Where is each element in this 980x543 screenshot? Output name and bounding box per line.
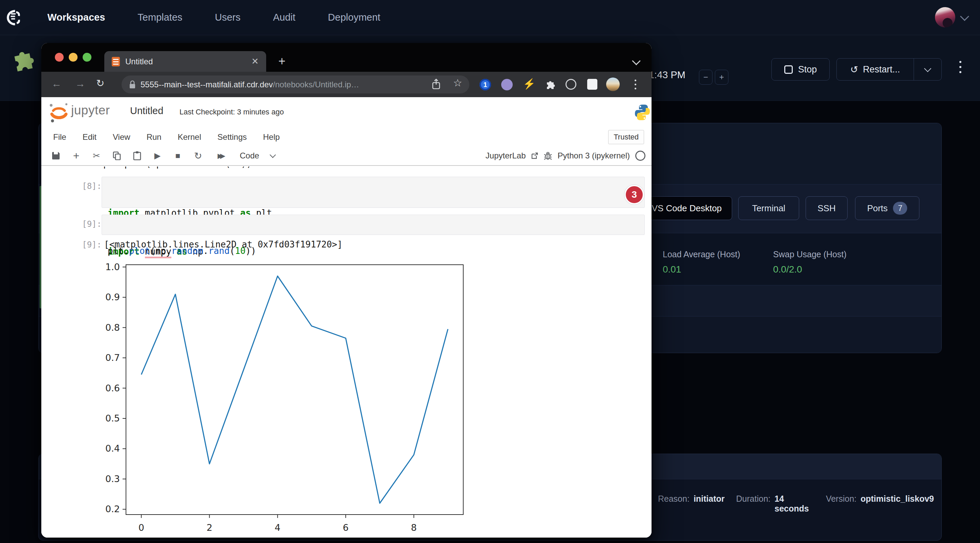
bookmark-star-icon[interactable]: ☆ [453, 77, 462, 89]
svg-text:6: 6 [343, 522, 348, 533]
svg-text:0.6: 0.6 [105, 383, 120, 393]
svg-text:2: 2 [207, 522, 212, 533]
jupyterlab-link[interactable]: JupyterLab [485, 151, 526, 160]
lightning-extension-icon[interactable]: ⚡ [523, 78, 535, 90]
coder-logo-icon[interactable] [4, 8, 22, 27]
notebook-title[interactable]: Untitled [130, 105, 163, 116]
browser-profile-avatar[interactable] [606, 78, 620, 91]
svg-text:0.8: 0.8 [105, 322, 120, 333]
chevron-down-icon [270, 152, 276, 158]
browser-toolbar: ← → ↻ 5555--main--test--matifali.atif.cd… [41, 72, 652, 97]
svg-text:0: 0 [138, 522, 144, 533]
menu-view[interactable]: View [113, 132, 130, 142]
restart-run-all-button[interactable]: ▶▶ [213, 152, 228, 160]
app-button-ssh[interactable]: SSH [806, 196, 848, 220]
run-cell-button[interactable]: ▶ [152, 151, 163, 160]
restart-workspace-button[interactable]: ↺ Restart... [837, 58, 942, 81]
app-button-terminal[interactable]: Terminal [738, 196, 799, 220]
password-manager-extension-icon[interactable]: 1 [479, 79, 491, 90]
duration-label: Duration: [736, 494, 770, 504]
maximize-window-button[interactable] [83, 53, 91, 62]
svg-text:8: 8 [411, 522, 417, 533]
stop-label: Stop [798, 64, 817, 75]
menu-run[interactable]: Run [146, 132, 162, 142]
address-bar[interactable]: 5555--main--test--matifali.atif.cdr.dev/… [122, 76, 469, 94]
restart-dropdown-button[interactable] [914, 59, 942, 80]
restart-label: Restart... [863, 64, 900, 75]
stop-workspace-button[interactable]: Stop [772, 58, 830, 81]
svg-text:1.0: 1.0 [105, 262, 120, 272]
close-window-button[interactable] [55, 53, 64, 62]
restart-icon: ↺ [850, 64, 858, 75]
extensions-puzzle-icon[interactable] [544, 79, 556, 90]
browser-menu-button[interactable] [635, 79, 636, 89]
menu-settings[interactable]: Settings [217, 132, 247, 142]
copy-cells-button[interactable] [111, 151, 123, 160]
url-path: /notebooks/Untitled.ip… [273, 80, 359, 89]
jupyter-logo-icon [49, 102, 68, 123]
chevron-down-icon [924, 65, 931, 72]
lock-icon [129, 80, 136, 89]
nav-item-templates[interactable]: Templates [137, 12, 182, 23]
interrupt-kernel-button[interactable]: ■ [172, 151, 183, 160]
menu-help[interactable]: Help [263, 132, 280, 142]
tab-search-chevron-icon[interactable] [632, 57, 640, 65]
nav-item-audit[interactable]: Audit [273, 12, 295, 23]
menu-edit[interactable]: Edit [83, 132, 97, 142]
scrolled-cell-sliver: plt.plot(np.random.rand(10)) [103, 167, 510, 170]
jupyter-brand: jupyter [71, 103, 110, 117]
back-button[interactable]: ← [51, 78, 62, 89]
zoom-out-button[interactable]: − [699, 70, 713, 85]
cell-output-text: [<matplotlib.lines.Line2D at 0x7fd03f191… [104, 239, 342, 249]
browser-tab[interactable]: Untitled ✕ [104, 51, 266, 72]
code-cell-9[interactable]: plt.plot(np.random.rand(10)) [102, 214, 645, 235]
paste-cells-button[interactable] [131, 151, 143, 160]
svg-text:4: 4 [275, 522, 280, 533]
share-icon[interactable] [431, 79, 441, 90]
new-tab-button[interactable]: + [278, 55, 285, 67]
jupyter-header: jupyter Untitled Last Checkpoint: 3 minu… [41, 97, 652, 128]
restart-kernel-button[interactable]: ↻ [192, 150, 204, 162]
puzzle-piece-icon [7, 44, 39, 76]
nav-item-workspaces[interactable]: Workspaces [48, 12, 105, 23]
external-link-icon[interactable] [531, 152, 538, 159]
menu-file[interactable]: File [53, 132, 66, 142]
browser-tabstrip: Untitled ✕ + [41, 43, 652, 72]
code-cell-8[interactable]: import matplotlib.pyplot as plt import n… [102, 177, 645, 208]
jupyter-menubar: File Edit View Run Kernel Settings Help … [41, 128, 652, 146]
debugger-bug-icon[interactable] [544, 151, 552, 160]
cut-cells-button[interactable]: ✂ [91, 151, 102, 161]
reload-button[interactable]: ↻ [96, 78, 104, 89]
svg-text:0.4: 0.4 [105, 443, 120, 454]
close-tab-icon[interactable]: ✕ [251, 56, 259, 67]
cell-prompt: [9]: [72, 219, 102, 229]
monkey-extension-icon[interactable] [565, 79, 576, 90]
stat-swap-usage: Swap Usage (Host) 0.0/2.0 [773, 249, 846, 275]
trusted-button[interactable]: Trusted [608, 130, 644, 144]
zoom-in-button[interactable]: + [715, 70, 729, 85]
reason-label: Reason: [658, 494, 689, 504]
forward-button[interactable]: → [75, 78, 85, 89]
minimize-window-button[interactable] [69, 53, 78, 62]
user-avatar[interactable] [935, 7, 955, 27]
browser-window: Untitled ✕ + ← → ↻ 5555--main--test--mat… [41, 43, 652, 538]
kernel-status-icon [635, 151, 646, 161]
chevron-down-icon[interactable] [960, 12, 969, 21]
version-value: optimistic_liskov9 [861, 494, 934, 504]
app-button-ports[interactable]: Ports 7 [855, 196, 920, 220]
app-button-vscode-desktop[interactable]: VS Code Desktop [641, 196, 732, 220]
nav-item-deployment[interactable]: Deployment [328, 12, 380, 23]
nav-items: Workspaces Templates Users Audit Deploym… [48, 12, 380, 23]
svg-text:0.3: 0.3 [105, 473, 120, 484]
nav-item-users[interactable]: Users [215, 12, 241, 23]
workspace-menu-button[interactable] [959, 61, 962, 73]
add-cell-button[interactable]: + [70, 150, 82, 162]
version-label: Version: [826, 494, 856, 504]
browser-tab-title: Untitled [125, 57, 251, 66]
kernel-name[interactable]: Python 3 (ipykernel) [558, 151, 630, 160]
github-extension-icon[interactable] [501, 79, 513, 90]
cell-type-dropdown[interactable]: Code [240, 151, 275, 160]
menu-kernel[interactable]: Kernel [178, 132, 201, 142]
save-button[interactable] [50, 151, 62, 160]
reader-extension-icon[interactable] [587, 79, 597, 90]
